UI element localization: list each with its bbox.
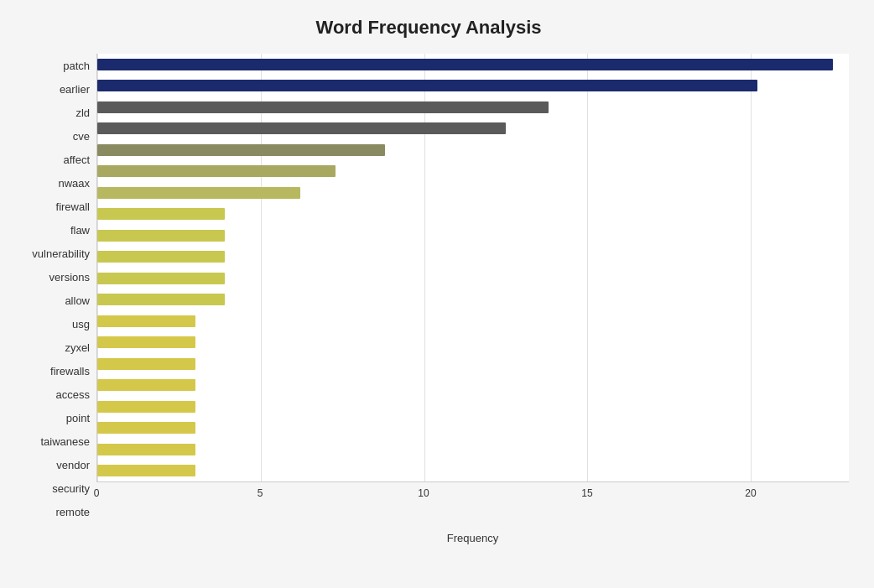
bar-row bbox=[97, 54, 849, 75]
x-tick-label: 20 bbox=[745, 487, 756, 499]
y-label: remote bbox=[56, 502, 90, 523]
bar bbox=[97, 80, 757, 91]
bar bbox=[97, 144, 385, 156]
bar bbox=[97, 401, 195, 413]
y-label: zyxel bbox=[65, 338, 90, 358]
bar-row bbox=[97, 268, 849, 289]
bar-row bbox=[97, 247, 849, 268]
bar-row bbox=[97, 353, 849, 375]
bar-row bbox=[97, 139, 849, 161]
bar-row bbox=[97, 204, 849, 226]
bar-row bbox=[97, 75, 849, 97]
y-label: versions bbox=[49, 267, 90, 287]
bar bbox=[97, 122, 506, 134]
bar-row bbox=[97, 289, 849, 311]
bar bbox=[97, 165, 336, 177]
y-label: taiwanese bbox=[40, 432, 90, 452]
x-tick-label: 15 bbox=[581, 487, 592, 499]
bar bbox=[97, 59, 833, 70]
chart-area: patchearlierzldcveaffectnwaaxfirewallfla… bbox=[8, 54, 849, 524]
bar-row bbox=[97, 332, 849, 354]
y-label: zld bbox=[75, 102, 90, 122]
y-label: usg bbox=[72, 315, 90, 335]
y-label: cve bbox=[73, 126, 90, 146]
bar bbox=[97, 465, 195, 476]
y-label: access bbox=[56, 385, 90, 405]
y-label: patch bbox=[63, 55, 90, 75]
bar-row bbox=[97, 439, 849, 461]
bars-and-xaxis: Frequency 05101520 bbox=[96, 54, 849, 524]
bar bbox=[97, 208, 225, 220]
bar bbox=[97, 230, 225, 242]
bar bbox=[97, 422, 195, 434]
bar bbox=[97, 294, 225, 305]
bar bbox=[97, 315, 195, 327]
bar-row bbox=[97, 375, 849, 397]
y-label: affect bbox=[63, 149, 90, 169]
y-label: vendor bbox=[56, 455, 90, 476]
bar-row bbox=[97, 225, 849, 247]
bar bbox=[97, 444, 195, 455]
bars-area bbox=[96, 54, 849, 482]
bar bbox=[97, 379, 195, 391]
y-label: point bbox=[66, 408, 90, 429]
bar-row bbox=[97, 310, 849, 332]
bar-row bbox=[97, 396, 849, 418]
y-label: earlier bbox=[60, 79, 90, 99]
bar-row bbox=[97, 118, 849, 140]
bar bbox=[97, 187, 300, 199]
y-label: allow bbox=[65, 290, 90, 310]
bar-row bbox=[97, 418, 849, 440]
bar bbox=[97, 251, 225, 263]
x-tick-label: 0 bbox=[94, 487, 100, 499]
bar bbox=[97, 358, 195, 370]
bar bbox=[97, 336, 195, 348]
chart-container: Word Frequency Analysis patchearlierzldc… bbox=[0, 0, 874, 588]
bar-row bbox=[97, 182, 849, 204]
y-label: vulnerability bbox=[32, 243, 90, 263]
y-label: firewalls bbox=[50, 362, 90, 382]
bar-row bbox=[97, 161, 849, 183]
bar-row bbox=[97, 461, 849, 482]
x-tick-label: 10 bbox=[418, 487, 429, 499]
bars-rows bbox=[97, 54, 849, 481]
y-label: flaw bbox=[70, 220, 90, 240]
bar bbox=[97, 273, 225, 284]
bar bbox=[97, 101, 549, 113]
x-axis-label: Frequency bbox=[96, 532, 849, 544]
y-label: firewall bbox=[56, 196, 90, 216]
x-tick-label: 5 bbox=[258, 487, 263, 499]
y-label: security bbox=[52, 479, 90, 499]
bar-row bbox=[97, 96, 849, 118]
chart-title: Word Frequency Analysis bbox=[8, 17, 849, 39]
y-label: nwaax bbox=[58, 173, 90, 193]
y-axis: patchearlierzldcveaffectnwaaxfirewallfla… bbox=[8, 54, 96, 524]
x-axis: Frequency 05101520 bbox=[96, 482, 849, 524]
